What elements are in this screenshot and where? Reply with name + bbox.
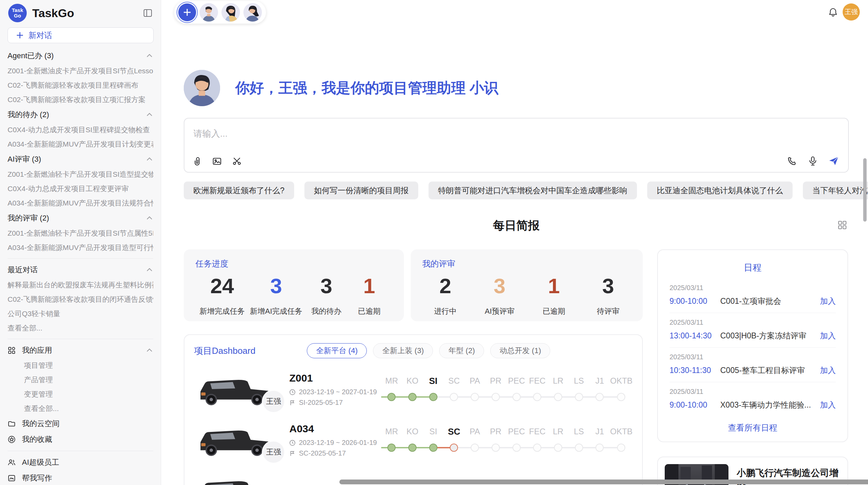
section-agent-done[interactable]: Agent已办 (3): [8, 48, 153, 64]
app-link[interactable]: 产品管理: [8, 373, 153, 387]
my-apps-header[interactable]: 我的应用: [8, 343, 153, 358]
milestone: J1: [589, 424, 610, 456]
vertical-scrollbar[interactable]: [863, 158, 867, 222]
add-session-button[interactable]: [178, 3, 196, 21]
left-column: 任务进度 24 新增完成任务 3 新增AI完成任务: [184, 249, 643, 485]
insert-image-icon[interactable]: [212, 156, 222, 166]
notification-bell-icon[interactable]: [828, 7, 839, 18]
milestone-dot: [554, 444, 562, 452]
project-owner-badge: 王强: [262, 440, 285, 464]
my-favorites[interactable]: 我的收藏: [8, 432, 153, 447]
project-node: SI-2025-05-17: [289, 399, 379, 407]
milestone-label: LR: [548, 374, 569, 388]
my-cloud-space[interactable]: 我的云空间: [8, 416, 153, 432]
dashboard-tab[interactable]: 全新平台 (4): [307, 343, 367, 358]
sidebar-task-item[interactable]: A034-全新新能源MUV产品开发项目计划变更表编写: [8, 137, 153, 151]
suggestion-chip[interactable]: 欧洲新规最近颁布了什么?: [184, 182, 294, 199]
app-link[interactable]: 变更管理: [8, 387, 153, 401]
session-avatar[interactable]: [221, 3, 240, 22]
join-link[interactable]: 加入: [820, 400, 836, 410]
suggestion-chip[interactable]: 特朗普可能对进口汽车增税会对中国车企造成哪些影响: [429, 182, 637, 199]
project-node: SC-2025-05-17: [289, 449, 379, 457]
join-link[interactable]: 加入: [820, 331, 836, 341]
user-avatar[interactable]: 王强: [843, 3, 860, 21]
milestone: PR: [485, 424, 506, 456]
sidebar-task-item[interactable]: C0X4-动力总成开发项目工程变更评审: [8, 182, 153, 196]
ai-super-staff-label: AI超级员工: [22, 457, 59, 468]
recent-chat-item[interactable]: 公司Q3轻卡销量: [8, 307, 153, 321]
star-circle-icon: [8, 435, 16, 444]
dashboard-tab[interactable]: 动总开发 (1): [490, 343, 550, 358]
schedule-time: 13:00-14:30: [670, 331, 720, 340]
new-chat-button[interactable]: 新对话: [8, 27, 154, 43]
stat: 3 AI预评审: [481, 275, 518, 316]
microphone-icon[interactable]: [808, 156, 818, 166]
help-me-write[interactable]: 帮我写作: [8, 470, 153, 485]
app-link[interactable]: 项目管理: [8, 358, 153, 373]
my-review-card: 我的评审 2 进行中 3 AI预评审: [411, 249, 643, 321]
schedule-event-title: C001-立项审批会: [720, 296, 820, 307]
milestone-label: PR: [485, 374, 506, 388]
suggestion-chip[interactable]: 比亚迪全固态电池计划具体说了什么: [647, 182, 793, 199]
chat-input[interactable]: [193, 126, 604, 141]
image-doc-icon: [8, 474, 16, 482]
sidebar-task-item[interactable]: C02-飞腾新能源轻客改款项目立项汇报方案: [8, 92, 153, 107]
stat-label: 已逾期: [358, 306, 381, 316]
recent-chat-item[interactable]: C02-飞腾新能源轻客改款项目的闭环通告反馈情况: [8, 292, 153, 307]
project-date-range: 2023-12-19 ~ 2026-01-19: [299, 439, 377, 447]
ai-super-staff[interactable]: AI超级员工: [8, 455, 153, 470]
join-link[interactable]: 加入: [820, 365, 836, 376]
divider: [8, 258, 153, 259]
sidebar-task-item[interactable]: C02-飞腾新能源轻客改款项目里程碑画布: [8, 78, 153, 92]
schedule-entry: 2025/03/11 10:30-11:30 C005-整车工程目标评审 加入: [670, 348, 836, 382]
milestone-dot: [429, 393, 437, 401]
clock-icon: [289, 389, 296, 395]
sidebar-task-item[interactable]: Z001-全新燃油轻卡产品开发项目SI节点属性5D文件评审: [8, 226, 153, 240]
milestone-label: MR: [381, 424, 402, 439]
send-icon[interactable]: [828, 156, 839, 166]
schedule-date: 2025/03/11: [670, 319, 836, 326]
dashboard-tab[interactable]: 年型 (2): [439, 343, 484, 358]
section-ai-review[interactable]: AI评审 (3): [8, 151, 153, 167]
dashboard-tab[interactable]: 全新上装 (3): [373, 343, 433, 358]
collapse-sidebar-icon[interactable]: [143, 8, 153, 18]
schedule-time: 9:00-10:00: [670, 297, 720, 306]
logo-line1: Task: [12, 8, 23, 13]
sidebar-task-item[interactable]: A034-全新新能源MUV产品开发项目造型可行性评审: [8, 240, 153, 255]
milestone-label: KO: [402, 424, 423, 439]
attach-file-icon[interactable]: [192, 156, 202, 166]
sidebar-task-item[interactable]: Z001-全新燃油皮卡产品开发项目SI节点Lesson Learn报告: [8, 64, 153, 78]
recent-view-all-link[interactable]: 查看全部...: [8, 321, 153, 335]
milestone-dot: [533, 444, 541, 452]
stats: 24 新增完成任务 3 新增AI完成任务 3 我的待办: [195, 275, 392, 316]
layout-grid-icon[interactable]: [837, 220, 847, 230]
milestone-dot: [575, 393, 583, 401]
milestone: OKTB: [610, 424, 632, 456]
horizontal-scrollbar[interactable]: [339, 480, 868, 484]
view-all-schedule-link[interactable]: 查看所有日程: [726, 422, 780, 434]
suggestion-chip[interactable]: 如何写一份清晰的项目周报: [304, 182, 418, 199]
recent-chat-item[interactable]: 解释最新出台的欧盟报废车法规再生塑料比例被调至15%...: [8, 278, 153, 292]
session-avatar[interactable]: [200, 3, 218, 22]
sidebar-task-item[interactable]: Z001-全新燃油轻卡产品开发项目SI造型提交物评审: [8, 167, 153, 182]
section-items: C0X4-动力总成开发项目SI里程碑提交物检查A034-全新新能源MUV产品开发…: [8, 123, 153, 151]
stat: 24 新增完成任务: [200, 275, 245, 316]
card-title: 任务进度: [195, 258, 392, 269]
join-link[interactable]: 加入: [820, 296, 836, 307]
apps-view-all-link[interactable]: 查看全部...: [8, 401, 153, 416]
milestone: MR: [381, 424, 402, 456]
sidebar-task-item[interactable]: A034-全新新能源MUV产品开发项目法规符合性评审: [8, 196, 153, 210]
session-avatar[interactable]: [243, 3, 262, 22]
greeting-block: 你好，王强，我是你的项目管理助理 小识: [184, 70, 849, 106]
project-node-label: SI-2025-05-17: [299, 399, 343, 407]
section-my-review[interactable]: 我的评审 (2): [8, 210, 153, 226]
screenshot-scissors-icon[interactable]: [232, 156, 242, 166]
milestone-dot: [471, 444, 479, 452]
chat-composer[interactable]: [184, 118, 849, 173]
voice-call-icon[interactable]: [787, 156, 797, 166]
sidebar-task-item[interactable]: C0X4-动力总成开发项目SI里程碑提交物检查: [8, 123, 153, 137]
section-my-todo[interactable]: 我的待办 (2): [8, 107, 153, 123]
suggestion-chip[interactable]: 当下年轻人对汽车外观有怎样的喜好趋势: [803, 182, 868, 199]
section-recent-chats[interactable]: 最近对话: [8, 262, 153, 278]
new-chat-label: 新对话: [28, 30, 52, 41]
